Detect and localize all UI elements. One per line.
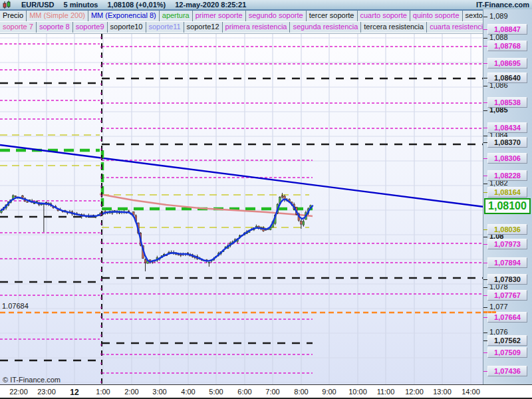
price-level-box: 1,08228 — [487, 170, 527, 181]
price-level-box: 1,07767 — [487, 290, 527, 301]
price-level-box: 1,08538 — [487, 97, 527, 108]
legend-item[interactable]: MM (Exponencial 8) — [88, 11, 160, 21]
time-axis-label: 6:00 — [237, 388, 251, 396]
legend-row-2: soporte 7soporte 8soporte9soporte10sopor… — [0, 22, 483, 33]
time-axis-label: 3:00 — [152, 388, 166, 396]
candlestick-icon — [2, 1, 12, 9]
chart-canvas[interactable]: 1.07684 © IT-Finance.com — [0, 33, 483, 385]
axis-tick — [483, 86, 487, 86]
timeframe-label[interactable]: 5 minutos — [64, 1, 98, 9]
legend-item[interactable]: primer soporte — [193, 11, 246, 21]
price-axis-label: 1,077 — [489, 303, 508, 311]
legend-item[interactable]: tercer soporte — [307, 11, 358, 21]
time-axis-label: 4:00 — [181, 388, 195, 396]
legend-item[interactable]: cuarta resistencia — [427, 22, 483, 33]
price-level-box: 1,07894 — [487, 257, 527, 268]
time-axis[interactable]: 22:0023:00121:002:003:004:005:006:007:00… — [0, 384, 532, 399]
axis-tick — [483, 237, 487, 237]
chart-title-bar: EUR/USD 5 minutos 1,08108 (+0,01%) 12-ma… — [0, 0, 532, 11]
price-level-box: 1,08847 — [487, 24, 527, 35]
time-axis-label: 1:00 — [96, 388, 110, 396]
price-level-box: 1,08164 — [487, 187, 527, 198]
orange-line-spill — [483, 311, 496, 313]
price-level-box: 1,07830 — [487, 274, 527, 285]
time-axis-label: 7:00 — [265, 388, 279, 396]
legend-row-1: PrecioMM (Simple 200)MM (Exponencial 8)a… — [0, 11, 483, 21]
price-axis[interactable]: 1,0891,0881,0861,0851,0841,0821,081,0781… — [483, 9, 532, 384]
time-axis-label: 14:00 — [462, 388, 480, 396]
legend-item[interactable]: segunda resistencia — [290, 22, 361, 33]
prev-close-price-label: 1.07684 — [2, 302, 29, 310]
legend-item[interactable]: tercera resistencia — [361, 22, 427, 33]
time-axis-label: 8:00 — [294, 388, 308, 396]
price-level-box: 1,07973 — [487, 239, 527, 249]
axis-tick — [483, 307, 487, 308]
axis-tick — [483, 110, 487, 111]
time-axis-label: 23:00 — [37, 388, 56, 396]
last-price-change: 1,08108 (+0,01%) — [107, 1, 166, 9]
time-axis-label: 12 — [70, 388, 78, 397]
legend-item[interactable]: segundo soporte — [246, 11, 307, 21]
time-axis-label: 12:00 — [405, 388, 424, 396]
axis-tick — [483, 332, 487, 333]
legend-item[interactable]: soporte 8 — [37, 22, 73, 33]
axis-tick — [483, 17, 487, 17]
time-axis-label: 13:00 — [433, 388, 452, 396]
price-level-box: 1,08640 — [487, 72, 527, 83]
price-level-box: 1,08768 — [487, 41, 527, 51]
price-level-box: 1,07436 — [487, 366, 527, 376]
price-level-box: 1,08370 — [487, 137, 527, 148]
instrument-pair[interactable]: EUR/USD — [21, 1, 55, 9]
price-level-box: 1,08036 — [487, 224, 527, 235]
legend-item[interactable]: Precio — [0, 11, 27, 21]
legend-item[interactable]: quinto soporte — [410, 11, 463, 21]
brand-label: IT-Finance.com — [476, 0, 529, 9]
time-axis-label: 5:00 — [209, 388, 223, 396]
price-level-box: 1,07562 — [487, 335, 527, 346]
legend-item[interactable]: soporte11 — [146, 22, 184, 33]
legend-item[interactable]: cuarto soporte — [358, 11, 410, 21]
legend-item[interactable]: apertura — [160, 11, 193, 21]
legend-item[interactable]: sexto soporte — [463, 11, 483, 21]
axis-tick — [483, 136, 487, 136]
copyright-label: © IT-Finance.com — [3, 376, 61, 384]
price-level-box: 1,07664 — [487, 312, 527, 323]
legend-item[interactable]: soporte10 — [108, 22, 146, 33]
legend-item[interactable]: soporte9 — [73, 22, 108, 33]
price-level-box: 1,07509 — [487, 347, 527, 358]
axis-tick — [483, 38, 487, 39]
time-axis-label: 10:00 — [348, 388, 367, 396]
price-level-box: 1,08695 — [487, 58, 527, 68]
legend-item[interactable]: soporte 7 — [0, 22, 37, 33]
time-axis-label: 11:00 — [377, 388, 395, 396]
time-axis-label: 22:00 — [9, 388, 28, 396]
legend-item[interactable]: primera resistencia — [223, 22, 291, 33]
legend-item[interactable]: MM (Simple 200) — [27, 11, 88, 21]
current-price-box: 1,08100 — [484, 198, 531, 214]
legend-item[interactable]: soporte12 — [184, 22, 223, 33]
time-axis-label: 9:00 — [322, 388, 336, 396]
axis-tick — [483, 184, 487, 184]
axis-tick — [483, 287, 487, 288]
datetime-label: 12-may-2020 8:25:21 — [175, 1, 246, 9]
chart-plot — [0, 34, 483, 385]
price-level-box: 1,08434 — [487, 122, 527, 133]
price-level-box: 1,08306 — [487, 153, 527, 164]
price-axis-label: 1,089 — [489, 12, 508, 20]
time-axis-label: 2:00 — [124, 388, 138, 396]
trading-chart-window: EUR/USD 5 minutos 1,08108 (+0,01%) 12-ma… — [0, 0, 532, 399]
